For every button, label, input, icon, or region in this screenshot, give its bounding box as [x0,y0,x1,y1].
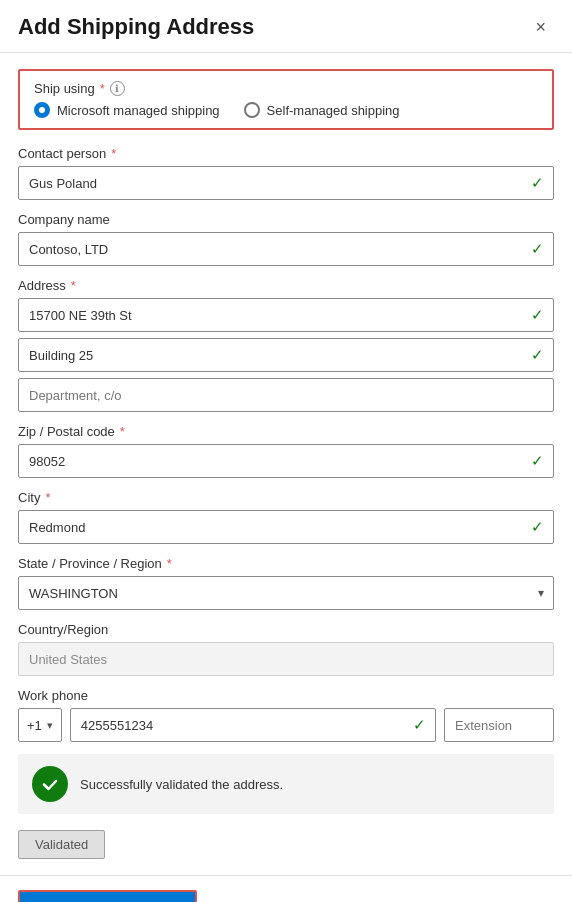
company-name-input-wrapper: ✓ [18,232,554,266]
radio-microsoft[interactable]: Microsoft managed shipping [34,102,220,118]
phone-row: +1 ▾ ✓ [18,708,554,742]
contact-person-field: Contact person * ✓ [18,146,554,200]
zip-check-icon: ✓ [531,452,544,470]
address-line3-wrapper [18,378,554,412]
address-line3-input[interactable] [18,378,554,412]
required-indicator: * [100,81,105,96]
radio-self-circle [244,102,260,118]
country-field: Country/Region [18,622,554,676]
modal-title: Add Shipping Address [18,14,254,40]
country-code-arrow: ▾ [47,719,53,732]
phone-check-icon: ✓ [413,716,426,734]
contact-person-check-icon: ✓ [531,174,544,192]
modal-header: Add Shipping Address × [0,0,572,53]
address-line2-input[interactable] [18,338,554,372]
city-label: City * [18,490,554,505]
add-shipping-address-modal: Add Shipping Address × Ship using * ℹ Mi… [0,0,572,902]
state-select[interactable]: WASHINGTON CALIFORNIA NEW YORK TEXAS [18,576,554,610]
close-button[interactable]: × [527,14,554,40]
state-select-wrapper: WASHINGTON CALIFORNIA NEW YORK TEXAS ▾ [18,576,554,610]
validation-success-icon [32,766,68,802]
add-shipping-address-button[interactable]: Add shipping address [18,890,197,902]
city-input-wrapper: ✓ [18,510,554,544]
ship-using-radio-group: Microsoft managed shipping Self-managed … [34,102,538,118]
phone-number-input[interactable] [70,708,436,742]
zip-input[interactable] [18,444,554,478]
zip-field: Zip / Postal code * ✓ [18,424,554,478]
info-icon[interactable]: ℹ [110,81,125,96]
radio-self-label: Self-managed shipping [267,103,400,118]
address-line1-check-icon: ✓ [531,306,544,324]
company-name-field: Company name ✓ [18,212,554,266]
required-indicator: * [45,490,50,505]
phone-number-wrapper: ✓ [70,708,436,742]
address-field: Address * ✓ ✓ [18,278,554,412]
zip-input-wrapper: ✓ [18,444,554,478]
checkmark-svg [40,774,60,794]
address-line2-check-icon: ✓ [531,346,544,364]
validation-message: Successfully validated the address. [80,777,283,792]
address-line1-input[interactable] [18,298,554,332]
extension-input[interactable] [444,708,554,742]
state-field: State / Province / Region * WASHINGTON C… [18,556,554,610]
validation-banner: Successfully validated the address. [18,754,554,814]
modal-footer: Add shipping address [0,875,572,902]
city-input[interactable] [18,510,554,544]
city-check-icon: ✓ [531,518,544,536]
contact-person-label: Contact person * [18,146,554,161]
address-label: Address * [18,278,554,293]
ship-using-label: Ship using * ℹ [34,81,538,96]
modal-body: Ship using * ℹ Microsoft managed shippin… [0,53,572,875]
required-indicator: * [71,278,76,293]
work-phone-field: Work phone +1 ▾ ✓ [18,688,554,742]
city-field: City * ✓ [18,490,554,544]
validated-button[interactable]: Validated [18,830,105,859]
contact-person-input[interactable] [18,166,554,200]
required-indicator: * [120,424,125,439]
country-input-wrapper [18,642,554,676]
phone-country-code[interactable]: +1 ▾ [18,708,62,742]
zip-label: Zip / Postal code * [18,424,554,439]
country-label: Country/Region [18,622,554,637]
address-line1-wrapper: ✓ [18,298,554,332]
ship-using-section: Ship using * ℹ Microsoft managed shippin… [18,69,554,130]
state-label: State / Province / Region * [18,556,554,571]
contact-person-input-wrapper: ✓ [18,166,554,200]
required-indicator: * [167,556,172,571]
radio-microsoft-circle [34,102,50,118]
country-input [18,642,554,676]
company-name-label: Company name [18,212,554,227]
company-name-input[interactable] [18,232,554,266]
radio-self[interactable]: Self-managed shipping [244,102,400,118]
radio-microsoft-label: Microsoft managed shipping [57,103,220,118]
work-phone-label: Work phone [18,688,554,703]
company-name-check-icon: ✓ [531,240,544,258]
required-indicator: * [111,146,116,161]
address-line2-wrapper: ✓ [18,338,554,372]
country-code-text: +1 [27,718,42,733]
